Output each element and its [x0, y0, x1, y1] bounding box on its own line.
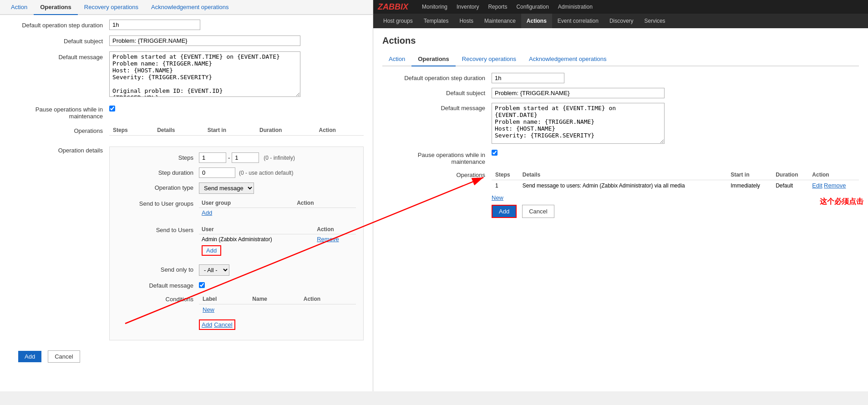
right-message-textarea[interactable]: Problem started at {EVENT.TIME} on {EVEN… — [492, 103, 665, 144]
nav-reports[interactable]: Reports — [483, 0, 512, 14]
remove-user-button[interactable]: Remove — [317, 236, 339, 243]
default-message-field: Problem started at {EVENT.TIME} on {EVEN… — [109, 51, 364, 98]
default-message-row: Default message Problem started at {EVEN… — [9, 51, 364, 98]
pause-operations-row: Pause operations while in maintenance — [9, 104, 364, 120]
cond-col-action: Action — [300, 294, 356, 304]
default-msg-check-field — [199, 280, 356, 289]
nav-administration[interactable]: Administration — [553, 0, 597, 14]
ug-col-action: Action — [294, 198, 356, 208]
steps-inner-field: - (0 - infinitely) — [199, 152, 356, 163]
steps-to-input[interactable] — [232, 152, 259, 163]
ops-col-startin: Start in — [204, 125, 256, 136]
send-user-groups-row: Send to User groups User group Action — [117, 198, 356, 220]
right-subject-input[interactable] — [492, 88, 665, 98]
right-add-cancel-row: Add Cancel — [492, 205, 859, 218]
right-tab-action[interactable]: Action — [382, 52, 411, 66]
subnav-event-correlation[interactable]: Event correlation — [552, 14, 604, 28]
pause-operations-label: Pause operations while in maintenance — [9, 104, 109, 120]
op-details-add-link[interactable]: Add — [202, 321, 212, 328]
nav-inventory[interactable]: Inventory — [452, 0, 483, 14]
add-user-group-button[interactable]: Add — [202, 209, 212, 216]
right-pause-field — [492, 150, 859, 157]
op-details-cancel-link[interactable]: Cancel — [214, 321, 232, 328]
right-message-row: Default message Problem started at {EVEN… — [382, 103, 859, 145]
right-add-button[interactable]: Add — [492, 205, 517, 218]
default-message-textarea[interactable]: Problem started at {EVENT.TIME} on {EVEN… — [109, 51, 300, 97]
op-type-select[interactable]: Send message — [199, 182, 254, 194]
send-only-field: - All - Email SMS — [199, 264, 356, 276]
tab-recovery-operations[interactable]: Recovery operations — [78, 0, 145, 15]
op-details-label: Operation details — [9, 145, 109, 154]
right-ops-duration: Default — [772, 180, 808, 191]
steps-inner-row: Steps - (0 - infinitely) — [117, 152, 356, 163]
right-ops-table: Steps Details Start in Duration Action 1… — [492, 170, 859, 191]
conditions-row: Conditions Label Name Action — [117, 294, 356, 315]
step-duration-row: Default operation step duration — [9, 20, 364, 30]
right-ops-col-action: Action — [808, 170, 859, 180]
right-new-link-row: New — [492, 194, 859, 201]
right-tab-operations[interactable]: Operations — [411, 52, 456, 66]
admin-user-name: Admin (Zabbix Administrator) — [199, 234, 314, 244]
step-duration-inner-row: Step duration (0 - use action default) — [117, 167, 356, 178]
right-remove-button[interactable]: Remove — [824, 182, 846, 189]
add-cancel-highlight-box: Add Cancel — [199, 319, 235, 330]
right-operations-row: Operations Steps Details Start in Durati… — [382, 170, 859, 218]
subnav-templates[interactable]: Templates — [418, 14, 454, 28]
right-step-duration-row: Default operation step duration — [382, 73, 859, 83]
conditions-label: Conditions — [117, 294, 199, 303]
bottom-buttons: Add Cancel — [9, 346, 364, 367]
users-table: User Action Admin (Zabbix Administrator)… — [199, 225, 356, 257]
default-subject-input[interactable] — [109, 35, 300, 46]
bottom-add-button[interactable]: Add — [18, 351, 41, 362]
send-only-select[interactable]: - All - Email SMS — [199, 264, 229, 276]
op-details-field: Steps - (0 - infinitely) Step duration — [109, 145, 364, 340]
step-duration-inner-label: Step duration — [117, 167, 199, 176]
steps-inner-label: Steps — [117, 152, 199, 161]
default-subject-row: Default subject — [9, 35, 364, 46]
nav-configuration[interactable]: Configuration — [512, 0, 553, 14]
subnav-hosts[interactable]: Hosts — [454, 14, 479, 28]
step-duration-input[interactable] — [109, 20, 200, 30]
conditions-new-button[interactable]: New — [203, 306, 214, 313]
tab-acknowledgement-operations[interactable]: Acknowledgement operations — [145, 0, 235, 15]
step-duration-inner-input[interactable] — [199, 167, 235, 178]
right-tab-acknowledgement[interactable]: Acknowledgement operations — [523, 52, 613, 66]
right-edit-button[interactable]: Edit — [812, 182, 822, 189]
tab-operations[interactable]: Operations — [34, 0, 78, 15]
subnav-maintenance[interactable]: Maintenance — [479, 14, 521, 28]
bottom-cancel-button[interactable]: Cancel — [48, 350, 80, 363]
add-user-button-highlighted[interactable]: Add — [202, 245, 221, 256]
subnav-services[interactable]: Services — [639, 14, 671, 28]
op-details-block: Steps - (0 - infinitely) Step duration — [109, 147, 364, 340]
operations-field: Steps Details Start in Duration Action — [109, 125, 364, 139]
op-type-label: Operation type — [117, 182, 199, 191]
op-type-field: Send message — [199, 182, 356, 194]
pause-operations-field — [109, 104, 364, 113]
default-subject-field — [109, 35, 364, 46]
subnav-discovery[interactable]: Discovery — [604, 14, 639, 28]
right-ops-col-startin: Start in — [727, 170, 772, 180]
steps-dash: - — [228, 154, 230, 161]
subnav-actions[interactable]: Actions — [521, 14, 552, 28]
ops-col-duration: Duration — [256, 125, 315, 136]
right-ops-details: Send message to users: Admin (Zabbix Adm… — [519, 180, 727, 191]
op-details-row: Operation details Steps - (0 - infinitel… — [9, 145, 364, 340]
tab-action[interactable]: Action — [5, 0, 34, 15]
right-pause-row: Pause operations while in maintenance — [382, 150, 859, 165]
nav-monitoring[interactable]: Monitoring — [417, 0, 452, 14]
steps-from-input[interactable] — [199, 152, 226, 163]
operations-table: Steps Details Start in Duration Action — [109, 125, 364, 136]
right-step-duration-input[interactable] — [492, 73, 564, 83]
right-pause-checkbox[interactable] — [492, 150, 497, 156]
admin-user-row: Admin (Zabbix Administrator) Remove — [199, 234, 356, 244]
default-message-checkbox[interactable] — [199, 282, 205, 288]
zabbix-logo: ZABBIX — [378, 2, 408, 12]
right-subject-label: Default subject — [382, 88, 492, 96]
right-subject-field — [492, 88, 859, 98]
subnav-host-groups[interactable]: Host groups — [378, 14, 418, 28]
right-tab-recovery[interactable]: Recovery operations — [456, 52, 523, 66]
right-cancel-button[interactable]: Cancel — [522, 205, 554, 218]
pause-operations-checkbox[interactable] — [109, 106, 115, 111]
right-ops-step: 1 — [492, 180, 519, 191]
right-new-button[interactable]: New — [492, 194, 503, 201]
